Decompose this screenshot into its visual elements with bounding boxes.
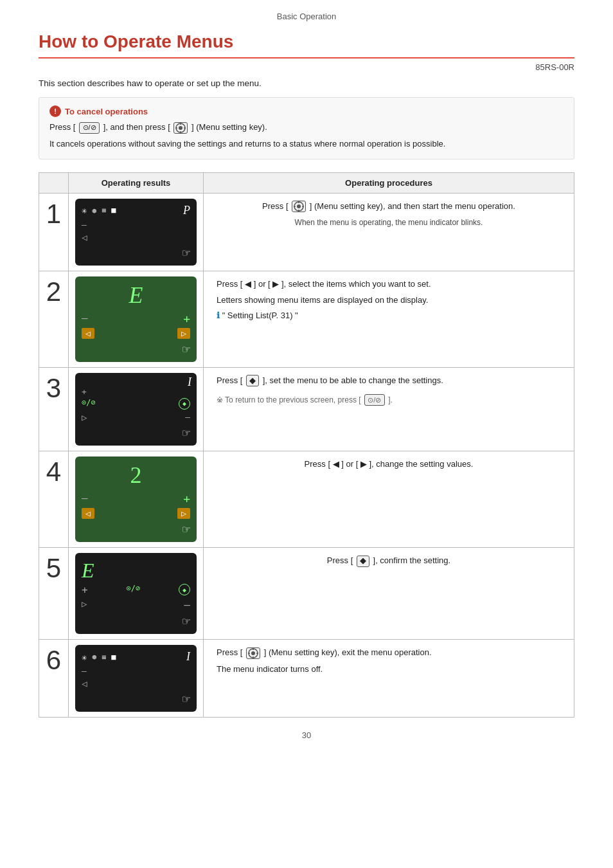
press-3: Press [ [217, 375, 245, 385]
press-3-cont: ], set the menu to be able to change the… [263, 375, 443, 385]
doc-number: 85RS-00R [39, 62, 574, 72]
press-5-cont: ], confirm the setting. [373, 556, 451, 565]
blinks-note: When the menu is operating, the menu ind… [217, 217, 561, 229]
procedure-cell-4: Press [ ◀ ] or [ ▶ ], change the setting… [204, 451, 574, 547]
page-title: How to Operate Menus [39, 32, 574, 59]
on-off-key-3: ⊙/⊘ [364, 394, 385, 406]
result-cell-2: E — + ◁ ▷ ☞ [69, 271, 204, 367]
menu-key-desc-1: ] (Menu setting key), and then start the… [310, 201, 515, 211]
diamond-key-3: ◆ [246, 375, 259, 386]
press-6-cont: ] (Menu setting key), exit the menu oper… [264, 647, 432, 657]
row-number-6: 6 [39, 640, 69, 718]
procedure-cell-2: Press [ ◀ ] or [ ▶ ], select the items w… [204, 271, 574, 367]
menu-key-1 [292, 201, 306, 212]
notice-title-text: To cancel operations [65, 107, 148, 116]
operations-table: Operating results Operating procedures 1… [39, 172, 574, 718]
table-row: 3 I + ⊙/⊘ ◆ ▷ — ☞ [39, 367, 574, 451]
notice-icon: ! [49, 105, 61, 117]
row2-note: Letters showing menu items are displayed… [217, 294, 561, 307]
col-procedures-header: Operating procedures [204, 172, 574, 193]
result-cell-6: ✳ ● ≡ ■ I — ◁ ☞ [69, 640, 204, 718]
page-number: 30 [302, 730, 311, 740]
procedure-cell-5: Press [ ◆ ], confirm the setting. [204, 547, 574, 639]
svg-point-1 [179, 126, 182, 130]
row-number-4: 4 [39, 451, 69, 547]
procedure-cell-1: Press [ ] (Menu setting key) [204, 193, 574, 271]
press-6: Press [ [217, 647, 245, 657]
menu-key-6 [246, 647, 260, 659]
press-label: Press [ [49, 122, 75, 132]
press-1: Press [ [262, 201, 290, 211]
svg-point-7 [297, 204, 301, 208]
table-row: 6 ✳ ● ≡ ■ I — [39, 640, 574, 718]
row-number-1: 1 [39, 193, 69, 271]
row-number-3: 3 [39, 367, 69, 451]
intro-text: This section describes haw to operate or… [39, 78, 574, 88]
page-footer: 30 [39, 730, 574, 753]
notice-line2: It cancels operations without saving the… [49, 138, 564, 151]
diamond-key-5: ◆ [357, 556, 369, 567]
notice-box: ! To cancel operations Press [ ⊙/⊘ ], an… [39, 97, 574, 159]
breadcrumb: Basic Operation [277, 12, 337, 21]
press-4: Press [ ◀ ] or [ ▶ ], change the setting… [305, 459, 474, 469]
notice-content: Press [ ⊙/⊘ ], and then press [ ] (Menu … [49, 121, 564, 151]
col-results-header: Operating results [69, 172, 204, 193]
result-cell-4: 2 — + ◁ ▷ ☞ [69, 451, 204, 547]
procedure-cell-3: Press [ ◆ ], set the menu to be able to … [204, 367, 574, 451]
row3-note: ※ To return to the previous screen, pres… [217, 394, 561, 406]
table-row: 4 2 — + ◁ ▷ ☞ [39, 451, 574, 547]
table-row: 1 ✳ ● ≡ ■ P — [39, 193, 574, 271]
then-press-label: ], and then press [ [103, 122, 170, 132]
col-empty-header [39, 172, 69, 193]
page-header: Basic Operation [0, 0, 613, 25]
row-number-2: 2 [39, 271, 69, 367]
setting-list-link[interactable]: ℹ [217, 311, 220, 320]
menu-setting-key-label: ] (Menu setting key). [191, 122, 267, 132]
setting-list-text: " Setting List(P. 31) " [222, 311, 298, 320]
row-number-5: 5 [39, 547, 69, 639]
press-5: Press [ [327, 556, 355, 565]
result-cell-5: E + ⊙/⊘ ◆ ▷ — ☞ [69, 547, 204, 639]
procedure-cell-6: Press [ ] (Menu setting key) [204, 640, 574, 718]
table-row: 2 E — + ◁ ▷ ☞ [39, 271, 574, 367]
svg-point-13 [251, 651, 255, 655]
notice-title: ! To cancel operations [49, 105, 564, 117]
menu-key-inline [173, 122, 188, 134]
result-cell-3: I + ⊙/⊘ ◆ ▷ — ☞ [69, 367, 204, 451]
on-off-key-inline: ⊙/⊘ [79, 122, 100, 134]
result-cell-1: ✳ ● ≡ ■ P — ◁ ☞ [69, 193, 204, 271]
table-row: 5 E + ⊙/⊘ ◆ ▷ — ☞ [39, 547, 574, 639]
press-2: Press [ ◀ ] or [ ▶ ], select the items w… [217, 279, 431, 289]
row6-note: The menu indicator turns off. [217, 663, 561, 676]
